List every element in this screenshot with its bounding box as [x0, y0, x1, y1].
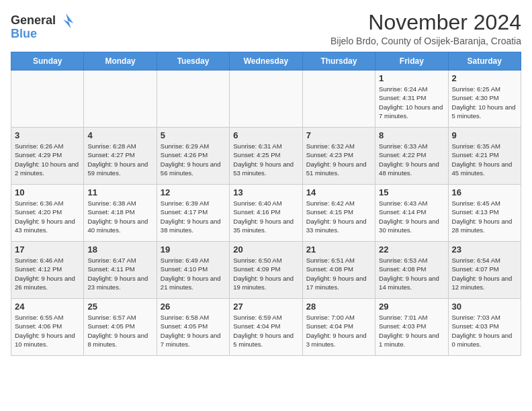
calendar-cell-week1-day2: 5Sunrise: 6:29 AM Sunset: 4:26 PM Daylig… [157, 128, 229, 185]
weekday-header-thursday: Thursday [302, 52, 375, 71]
calendar-cell-week0-day4 [302, 71, 375, 128]
calendar-cell-week4-day5: 29Sunrise: 7:01 AM Sunset: 4:03 PM Dayli… [375, 299, 448, 356]
day-number: 20 [233, 244, 298, 255]
page-header: General Blue November 2024 Bijelo Brdo, … [11, 11, 521, 46]
day-number: 10 [15, 187, 80, 197]
day-number: 27 [233, 302, 298, 312]
calendar-cell-week4-day4: 28Sunrise: 7:00 AM Sunset: 4:04 PM Dayli… [302, 299, 375, 356]
svg-marker-0 [63, 13, 73, 28]
calendar-cell-week4-day2: 26Sunrise: 6:58 AM Sunset: 4:05 PM Dayli… [157, 299, 229, 356]
calendar-cell-week4-day6: 30Sunrise: 7:03 AM Sunset: 4:03 PM Dayli… [448, 299, 521, 356]
day-info: Sunrise: 6:51 AM Sunset: 4:08 PM Dayligh… [306, 256, 371, 291]
day-info: Sunrise: 6:42 AM Sunset: 4:15 PM Dayligh… [306, 199, 371, 234]
day-info: Sunrise: 6:49 AM Sunset: 4:10 PM Dayligh… [161, 256, 226, 291]
day-number: 25 [87, 302, 152, 312]
day-info: Sunrise: 6:55 AM Sunset: 4:06 PM Dayligh… [15, 313, 80, 349]
calendar-cell-week1-day0: 3Sunrise: 6:26 AM Sunset: 4:29 PM Daylig… [11, 128, 84, 185]
day-number: 15 [379, 187, 444, 197]
day-number: 12 [161, 187, 226, 197]
day-number: 4 [87, 130, 152, 140]
weekday-header-wednesday: Wednesday [230, 52, 302, 71]
calendar-cell-week4-day0: 24Sunrise: 6:55 AM Sunset: 4:06 PM Dayli… [11, 299, 84, 356]
calendar-cell-week2-day3: 13Sunrise: 6:40 AM Sunset: 4:16 PM Dayli… [230, 185, 302, 242]
weekday-header-friday: Friday [375, 52, 448, 71]
day-info: Sunrise: 6:28 AM Sunset: 4:27 PM Dayligh… [87, 142, 152, 177]
day-number: 5 [161, 130, 226, 140]
weekday-header-saturday: Saturday [448, 52, 521, 71]
calendar-cell-week1-day4: 7Sunrise: 6:32 AM Sunset: 4:23 PM Daylig… [302, 128, 375, 185]
day-number: 7 [306, 130, 371, 140]
calendar-cell-week2-day5: 15Sunrise: 6:43 AM Sunset: 4:14 PM Dayli… [375, 185, 448, 242]
subtitle: Bijelo Brdo, County of Osijek-Baranja, C… [330, 36, 521, 46]
day-number: 6 [233, 130, 298, 140]
day-number: 22 [379, 244, 444, 255]
calendar-cell-week0-day3 [230, 71, 302, 128]
day-info: Sunrise: 6:31 AM Sunset: 4:25 PM Dayligh… [233, 142, 298, 177]
day-number: 9 [452, 130, 517, 140]
calendar-cell-week4-day3: 27Sunrise: 6:59 AM Sunset: 4:04 PM Dayli… [230, 299, 302, 356]
calendar-cell-week2-day0: 10Sunrise: 6:36 AM Sunset: 4:20 PM Dayli… [11, 185, 84, 242]
calendar-cell-week2-day1: 11Sunrise: 6:38 AM Sunset: 4:18 PM Dayli… [84, 185, 157, 242]
logo-blue-text: Blue [11, 27, 37, 41]
day-info: Sunrise: 6:38 AM Sunset: 4:18 PM Dayligh… [87, 199, 152, 234]
title-block: November 2024 Bijelo Brdo, County of Osi… [330, 11, 521, 46]
day-info: Sunrise: 6:46 AM Sunset: 4:12 PM Dayligh… [15, 256, 80, 291]
day-info: Sunrise: 6:39 AM Sunset: 4:17 PM Dayligh… [161, 199, 226, 234]
calendar-cell-week3-day3: 20Sunrise: 6:50 AM Sunset: 4:09 PM Dayli… [230, 242, 302, 299]
calendar-cell-week3-day2: 19Sunrise: 6:49 AM Sunset: 4:10 PM Dayli… [157, 242, 229, 299]
day-info: Sunrise: 6:59 AM Sunset: 4:04 PM Dayligh… [233, 313, 298, 349]
calendar-cell-week1-day5: 8Sunrise: 6:33 AM Sunset: 4:22 PM Daylig… [375, 128, 448, 185]
day-number: 21 [306, 244, 371, 255]
day-number: 16 [452, 187, 517, 197]
day-number: 17 [15, 244, 80, 255]
calendar-cell-week3-day4: 21Sunrise: 6:51 AM Sunset: 4:08 PM Dayli… [302, 242, 375, 299]
day-number: 29 [379, 302, 444, 312]
day-info: Sunrise: 6:24 AM Sunset: 4:31 PM Dayligh… [379, 85, 444, 120]
calendar-cell-week0-day2 [157, 71, 229, 128]
calendar-cell-week3-day6: 23Sunrise: 6:54 AM Sunset: 4:07 PM Dayli… [448, 242, 521, 299]
day-info: Sunrise: 6:40 AM Sunset: 4:16 PM Dayligh… [233, 199, 298, 234]
calendar: SundayMondayTuesdayWednesdayThursdayFrid… [11, 52, 521, 356]
day-info: Sunrise: 6:50 AM Sunset: 4:09 PM Dayligh… [233, 256, 298, 291]
day-info: Sunrise: 6:32 AM Sunset: 4:23 PM Dayligh… [306, 142, 371, 177]
calendar-cell-week2-day6: 16Sunrise: 6:45 AM Sunset: 4:13 PM Dayli… [448, 185, 521, 242]
day-info: Sunrise: 6:53 AM Sunset: 4:08 PM Dayligh… [379, 256, 444, 291]
day-number: 2 [452, 73, 517, 83]
day-info: Sunrise: 6:43 AM Sunset: 4:14 PM Dayligh… [379, 199, 444, 234]
day-number: 23 [452, 244, 517, 255]
calendar-cell-week0-day0 [11, 71, 84, 128]
calendar-cell-week0-day5: 1Sunrise: 6:24 AM Sunset: 4:31 PM Daylig… [375, 71, 448, 128]
day-number: 8 [379, 130, 444, 140]
day-number: 13 [233, 187, 298, 197]
calendar-cell-week1-day6: 9Sunrise: 6:35 AM Sunset: 4:21 PM Daylig… [448, 128, 521, 185]
calendar-cell-week3-day5: 22Sunrise: 6:53 AM Sunset: 4:08 PM Dayli… [375, 242, 448, 299]
day-number: 26 [161, 302, 226, 312]
day-number: 24 [15, 302, 80, 312]
weekday-header-tuesday: Tuesday [157, 52, 229, 71]
day-info: Sunrise: 6:35 AM Sunset: 4:21 PM Dayligh… [452, 142, 517, 177]
day-info: Sunrise: 6:58 AM Sunset: 4:05 PM Dayligh… [161, 313, 226, 349]
weekday-header-sunday: Sunday [11, 52, 84, 71]
month-title: November 2024 [330, 11, 521, 34]
day-info: Sunrise: 6:47 AM Sunset: 4:11 PM Dayligh… [87, 256, 152, 291]
calendar-cell-week3-day1: 18Sunrise: 6:47 AM Sunset: 4:11 PM Dayli… [84, 242, 157, 299]
day-info: Sunrise: 6:57 AM Sunset: 4:05 PM Dayligh… [87, 313, 152, 349]
day-info: Sunrise: 6:25 AM Sunset: 4:30 PM Dayligh… [452, 85, 517, 120]
calendar-cell-week2-day2: 12Sunrise: 6:39 AM Sunset: 4:17 PM Dayli… [157, 185, 229, 242]
calendar-cell-week0-day1 [84, 71, 157, 128]
calendar-cell-week0-day6: 2Sunrise: 6:25 AM Sunset: 4:30 PM Daylig… [448, 71, 521, 128]
logo-icon [57, 11, 76, 30]
calendar-cell-week1-day3: 6Sunrise: 6:31 AM Sunset: 4:25 PM Daylig… [230, 128, 302, 185]
day-info: Sunrise: 6:45 AM Sunset: 4:13 PM Dayligh… [452, 199, 517, 234]
calendar-cell-week3-day0: 17Sunrise: 6:46 AM Sunset: 4:12 PM Dayli… [11, 242, 84, 299]
logo-general-text: General [11, 13, 56, 28]
day-info: Sunrise: 7:03 AM Sunset: 4:03 PM Dayligh… [452, 313, 517, 349]
day-info: Sunrise: 6:26 AM Sunset: 4:29 PM Dayligh… [15, 142, 80, 177]
day-info: Sunrise: 6:29 AM Sunset: 4:26 PM Dayligh… [161, 142, 226, 177]
day-info: Sunrise: 7:01 AM Sunset: 4:03 PM Dayligh… [379, 313, 444, 349]
day-number: 11 [87, 187, 152, 197]
day-number: 18 [87, 244, 152, 255]
calendar-cell-week4-day1: 25Sunrise: 6:57 AM Sunset: 4:05 PM Dayli… [84, 299, 157, 356]
calendar-cell-week2-day4: 14Sunrise: 6:42 AM Sunset: 4:15 PM Dayli… [302, 185, 375, 242]
day-info: Sunrise: 6:54 AM Sunset: 4:07 PM Dayligh… [452, 256, 517, 291]
